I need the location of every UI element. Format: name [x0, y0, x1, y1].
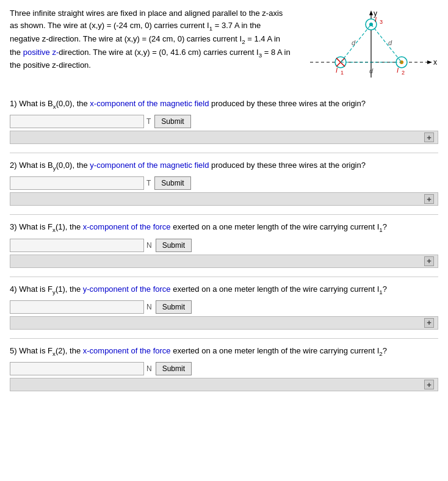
question-1-hint-bar: +	[10, 131, 438, 144]
svg-text:1: 1	[341, 70, 344, 76]
diagram: y x I 3 I 1 I 2 d d d	[304, 7, 438, 87]
question-1-plus-button[interactable]: +	[424, 132, 434, 142]
question-2-input-row: T Submit	[10, 176, 438, 190]
svg-text:x: x	[433, 58, 437, 67]
question-3-input-row: N Submit	[10, 239, 438, 252]
question-4-plus-button[interactable]: +	[424, 318, 434, 328]
question-2-submit[interactable]: Submit	[154, 176, 190, 190]
question-1-input[interactable]	[10, 115, 144, 128]
question-5-plus-button[interactable]: +	[424, 380, 434, 389]
question-5-input[interactable]	[10, 362, 144, 375]
svg-text:I: I	[397, 67, 399, 74]
question-3-input[interactable]	[10, 239, 144, 252]
svg-line-20	[371, 24, 402, 62]
question-5-block: 5) What is Fx(2), the x-component of the…	[10, 345, 438, 391]
question-3-hint-bar: +	[10, 255, 438, 268]
divider-2	[10, 214, 438, 215]
question-2-plus-button[interactable]: +	[424, 194, 434, 204]
svg-text:d: d	[352, 39, 356, 46]
divider-1	[10, 153, 438, 153]
svg-text:d: d	[369, 67, 374, 74]
problem-header: Three infinite straight wires are fixed …	[10, 7, 438, 87]
question-4-block: 4) What is Fy(1), the y-component of the…	[10, 283, 438, 330]
question-1-block: 1) What is Bx(0,0), the x-component of t…	[10, 98, 438, 144]
divider-3	[10, 277, 438, 277]
question-2-block: 2) What is By(0,0), the y-component of t…	[10, 159, 438, 206]
svg-line-19	[341, 24, 371, 62]
svg-text:2: 2	[402, 70, 405, 76]
diagram-svg: y x I 3 I 1 I 2 d d d	[304, 7, 438, 87]
question-4-input-row: N Submit	[10, 300, 438, 314]
question-1-label: 1) What is Bx(0,0), the x-component of t…	[10, 98, 438, 111]
question-5-input-row: N Submit	[10, 362, 438, 375]
question-4-unit: N	[146, 303, 152, 311]
question-2-input[interactable]	[10, 176, 144, 190]
question-2-unit: T	[146, 179, 151, 187]
question-1-submit[interactable]: Submit	[154, 115, 190, 128]
question-1-input-row: T Submit	[10, 115, 438, 128]
question-4-input[interactable]	[10, 300, 144, 314]
question-4-submit[interactable]: Submit	[156, 300, 192, 314]
question-3-block: 3) What is Fx(1), the x-component of the…	[10, 221, 438, 267]
question-3-unit: N	[146, 241, 152, 250]
question-4-label: 4) What is Fy(1), the y-component of the…	[10, 283, 438, 297]
problem-text: Three infinite straight wires are fixed …	[10, 7, 292, 87]
question-3-plus-button[interactable]: +	[424, 256, 434, 266]
question-4-hint-bar: +	[10, 316, 438, 330]
question-5-submit[interactable]: Submit	[156, 362, 192, 375]
divider-4	[10, 338, 438, 339]
svg-text:3: 3	[380, 19, 383, 25]
question-3-submit[interactable]: Submit	[156, 239, 192, 252]
question-3-label: 3) What is Fx(1), the x-component of the…	[10, 221, 438, 234]
svg-marker-3	[427, 60, 432, 64]
svg-text:d: d	[388, 39, 392, 46]
question-2-label: 2) What is By(0,0), the y-component of t…	[10, 159, 438, 173]
svg-marker-1	[369, 10, 373, 15]
question-2-hint-bar: +	[10, 192, 438, 206]
question-5-label: 5) What is Fx(2), the x-component of the…	[10, 345, 438, 358]
question-5-hint-bar: +	[10, 378, 438, 391]
question-1-unit: T	[146, 117, 151, 126]
svg-text:I: I	[336, 67, 338, 74]
svg-text:I: I	[375, 16, 377, 23]
question-5-unit: N	[146, 364, 152, 373]
